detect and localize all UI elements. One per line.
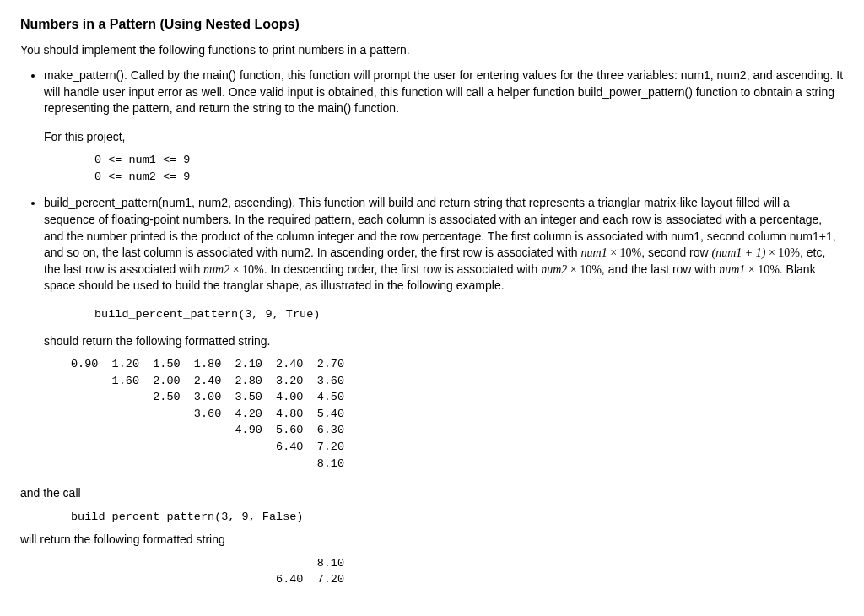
math-num2-b: num2 <box>541 263 567 276</box>
math-num1plus1: (num1 + 1) <box>712 246 766 259</box>
page-title: Numbers in a Pattern (Using Nested Loops… <box>20 15 844 34</box>
math-10pct-b: × 10% <box>765 246 800 259</box>
for-this-project: For this project, <box>44 129 844 146</box>
math-10pct-c: × 10% <box>230 263 264 276</box>
output-ascending: 0.90 1.20 1.50 1.80 2.10 2.40 2.70 1.60 … <box>71 356 844 472</box>
call-true: build_percent_pattern(3, 9, True) <box>94 306 844 323</box>
and-the-call: and the call <box>20 485 844 502</box>
should-return: should return the following formatted st… <box>44 333 844 350</box>
bullet-build-percent-pattern: build_percent_pattern(num1, num2, ascend… <box>44 195 844 322</box>
math-10pct-e: × 10% <box>745 263 780 276</box>
math-num1-b: num1 <box>719 263 745 276</box>
bpp-text-2: , second row <box>641 246 711 259</box>
output-descending: 8.10 6.40 7.20 <box>71 555 844 588</box>
math-10pct-d: × 10% <box>567 263 602 276</box>
make-pattern-desc: make_pattern(). Called by the main() fun… <box>44 68 843 115</box>
bpp-text-5: , and the last row with <box>602 262 719 276</box>
math-10pct-a: × 10% <box>608 246 642 259</box>
range-constraints: 0 <= num1 <= 9 0 <= num2 <= 9 <box>94 152 844 185</box>
function-list: make_pattern(). Called by the main() fun… <box>20 68 844 323</box>
will-return: will return the following formatted stri… <box>20 532 844 548</box>
bpp-text-4: . In descending order, the first row is … <box>264 262 541 276</box>
bullet-make-pattern: make_pattern(). Called by the main() fun… <box>44 68 844 186</box>
math-num1-a: num1 <box>581 246 608 259</box>
math-num2-a: num2 <box>203 263 230 276</box>
call-false: build_percent_pattern(3, 9, False) <box>71 509 844 526</box>
intro-paragraph: You should implement the following funct… <box>20 42 844 59</box>
